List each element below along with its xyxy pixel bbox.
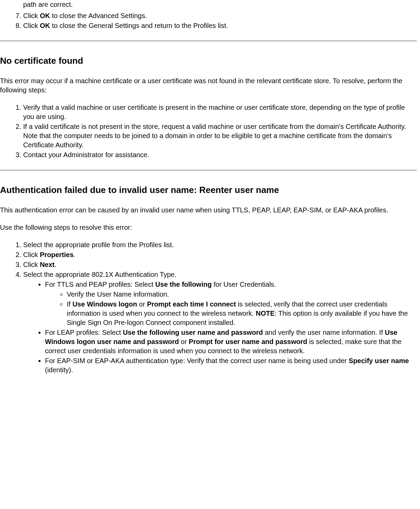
bold: Prompt for user name and password [189, 338, 307, 345]
text: Click [23, 22, 40, 29]
text: If [67, 300, 73, 308]
fragment-list: Click OK to close the Advanced Settings.… [0, 11, 417, 30]
divider [0, 170, 417, 170]
intro-no-cert: This error may occur if a machine certif… [0, 76, 417, 95]
step-2: Click Properties. [23, 250, 417, 259]
steps-no-cert: Verify that a valid machine or user cert… [0, 103, 417, 160]
bold: Properties [40, 251, 74, 258]
bold: Use the following user name and password [123, 329, 263, 336]
text: For LEAP profiles: Select [45, 329, 123, 336]
divider [0, 41, 417, 41]
bullets-lvl2: Verify the User Name information. If Use… [45, 290, 417, 327]
bold: Specify user name [349, 357, 409, 364]
bold: Use Windows logon [73, 300, 137, 308]
step-1: Select the appropriate profile from the … [23, 240, 417, 250]
bold: OK [40, 12, 50, 19]
text: Click [23, 251, 40, 258]
text: For EAP-SIM or EAP-AKA authentication ty… [45, 357, 349, 364]
step-8: Click OK to close the General Settings a… [23, 21, 417, 30]
text: (identity). [45, 366, 73, 374]
document-page: path are correct. Click OK to close the … [0, 0, 420, 396]
text: Select the appropriate 802.1X Authentica… [23, 271, 176, 278]
sub-verify-username: Verify the User Name information. [67, 290, 417, 299]
step-2: If a valid certificate is not present in… [23, 122, 417, 150]
text: Click [23, 12, 40, 19]
bullet-eap-sim: For EAP-SIM or EAP-AKA authentication ty… [45, 356, 417, 375]
bold: Prompt each time I connect [147, 300, 236, 308]
bold: OK [40, 22, 50, 29]
bold: Use the following [155, 281, 212, 288]
text: or [137, 300, 147, 308]
intro-auth-2: Use the following steps to resolve this … [0, 223, 417, 232]
text: and verify the user name information. If [263, 329, 385, 336]
text: or [179, 338, 189, 345]
steps-auth: Select the appropriate profile from the … [0, 240, 417, 375]
intro-auth-1: This authentication error can be caused … [0, 206, 417, 215]
bold: NOTE [256, 310, 275, 317]
step-1: Verify that a valid machine or user cert… [23, 103, 417, 121]
sub-windows-logon: If Use Windows logon or Prompt each time… [67, 300, 417, 327]
bullets-lvl1: For TTLS and PEAP profiles: Select Use t… [23, 280, 417, 375]
bullet-leap: For LEAP profiles: Select Use the follow… [45, 328, 417, 356]
text: for User Credentials. [212, 281, 276, 288]
bold: Next [40, 261, 55, 268]
step-7: Click OK to close the Advanced Settings. [23, 11, 417, 20]
step-4: Select the appropriate 802.1X Authentica… [23, 270, 417, 375]
text: For TTLS and PEAP profiles: Select [45, 281, 155, 288]
text: . [74, 251, 76, 258]
heading-auth-fail: Authentication failed due to invalid use… [0, 184, 417, 196]
fragment-trail: path are correct. [23, 0, 417, 9]
step-3: Click Next. [23, 260, 417, 269]
text: Click [23, 261, 40, 268]
text: to close the General Settings and return… [50, 22, 228, 29]
heading-no-cert: No certificate found [0, 55, 417, 67]
text: . [55, 261, 57, 268]
bullet-ttls-peap: For TTLS and PEAP profiles: Select Use t… [45, 280, 417, 327]
step-3: Contact your Administrator for assistanc… [23, 150, 417, 160]
text: to close the Advanced Settings. [50, 12, 147, 19]
